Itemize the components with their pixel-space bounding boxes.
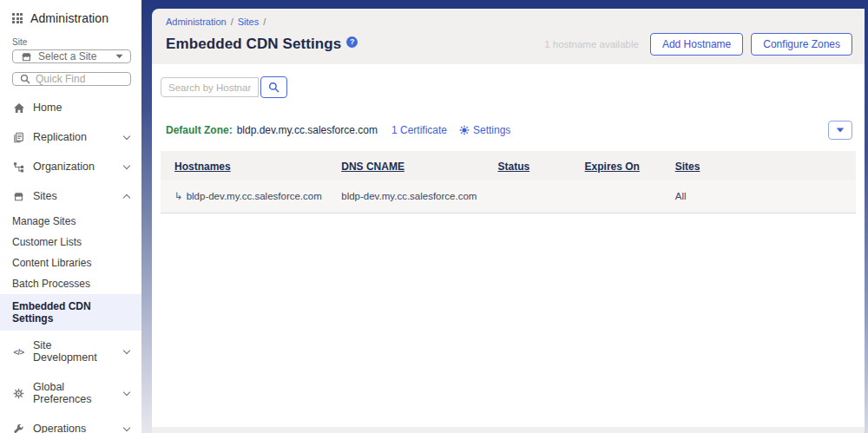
sidebar-item-organization[interactable]: Organization: [0, 152, 141, 181]
search-icon: [268, 82, 279, 93]
home-icon: [12, 102, 25, 114]
default-zone-bar: Default Zone: bldp.dev.my.cc.salesforce.…: [161, 121, 856, 140]
chevron-up-icon: [123, 194, 130, 200]
help-icon[interactable]: ?: [346, 36, 358, 48]
hostname-search: [161, 76, 856, 98]
sidebar-item-replication[interactable]: Replication: [0, 122, 141, 152]
quick-find-input[interactable]: [36, 73, 123, 85]
sidebar-item-operations[interactable]: Operations: [0, 414, 141, 433]
organization-icon: [12, 161, 25, 173]
hostname-available-note: 1 hostname available: [544, 39, 639, 49]
site-label: Site: [12, 37, 131, 47]
storefront-icon: [20, 51, 33, 62]
zone-actions-menu-button[interactable]: [828, 121, 852, 140]
default-zone-label: Default Zone:: [166, 124, 233, 136]
wrench-icon: [12, 423, 25, 433]
sidebar-item-global-preferences[interactable]: Global Preferences: [0, 372, 141, 414]
quick-find-container: [12, 72, 131, 86]
table-header-row: Hostnames DNS CNAME Status Expires On Si…: [161, 151, 856, 180]
sidebar-nav: Home Replication Organization: [0, 93, 141, 433]
indent-arrow-icon: ↳: [174, 191, 183, 201]
page-header: Administration / Sites / Embedded CDN Se…: [152, 9, 865, 64]
search-button[interactable]: [260, 76, 287, 98]
add-hostname-button[interactable]: Add Hostname: [650, 33, 743, 56]
column-header-hostnames[interactable]: Hostnames: [174, 161, 231, 173]
sidebar-divider: [141, 0, 152, 433]
breadcrumb-sites[interactable]: Sites: [238, 16, 259, 27]
cdn-settings-card: Default Zone: bldp.dev.my.cc.salesforce.…: [152, 64, 865, 427]
app-title: Administration: [30, 11, 108, 25]
table-row[interactable]: ↳bldp-dev.my.cc.salesforce.com bldp-dev.…: [161, 180, 856, 213]
right-frame-edge: [865, 0, 868, 433]
gear-icon: [12, 388, 25, 399]
default-zone-value: bldp.dev.my.cc.salesforce.com: [237, 124, 378, 136]
sidebar-item-sites[interactable]: Sites: [0, 181, 141, 211]
caret-down-icon: [836, 128, 845, 133]
sidebar-item-content-libraries[interactable]: Content Libraries: [0, 253, 141, 273]
sidebar-item-batch-processes[interactable]: Batch Processes: [0, 273, 141, 294]
certificate-link[interactable]: 1 Certificate: [391, 124, 447, 136]
column-header-dns-cname[interactable]: DNS CNAME: [341, 161, 404, 173]
search-icon: [20, 74, 30, 84]
chevron-down-icon: [123, 423, 130, 430]
sidebar-header: Administration: [0, 0, 141, 25]
sites-cell: All: [675, 191, 856, 201]
column-header-status[interactable]: Status: [497, 161, 529, 173]
app-launcher-waffle-icon[interactable]: [12, 13, 23, 23]
site-selector[interactable]: Select a Site: [12, 49, 131, 63]
column-header-expires-on[interactable]: Expires On: [585, 161, 640, 173]
chevron-down-icon: [123, 161, 130, 168]
app-window: Administration Site Select a Site Home: [0, 0, 868, 433]
chevron-down-icon: [123, 388, 130, 395]
breadcrumb: Administration / Sites /: [166, 16, 852, 27]
sidebar: Administration Site Select a Site Home: [0, 0, 141, 433]
page-title: Embedded CDN Settings: [166, 36, 341, 53]
code-icon: </>: [12, 347, 25, 357]
sidebar-item-manage-sites[interactable]: Manage Sites: [0, 211, 141, 232]
replication-icon: [12, 132, 25, 143]
configure-zones-button[interactable]: Configure Zones: [751, 33, 852, 56]
breadcrumb-administration[interactable]: Administration: [166, 16, 227, 27]
zone-settings-link[interactable]: Settings: [459, 124, 510, 136]
breadcrumb-separator: /: [263, 16, 266, 27]
search-hostname-input[interactable]: [161, 77, 259, 97]
storefront-icon: [12, 191, 25, 202]
chevron-down-icon: [123, 346, 130, 353]
column-header-sites[interactable]: Sites: [675, 161, 700, 173]
gear-icon: [459, 125, 470, 135]
content-frame: Administration / Sites / Embedded CDN Se…: [152, 9, 865, 433]
breadcrumb-separator: /: [231, 16, 233, 27]
main-region: Administration / Sites / Embedded CDN Se…: [152, 0, 868, 433]
hostname-cell: ↳bldp-dev.my.cc.salesforce.com: [161, 190, 341, 202]
chevron-down-icon: [123, 132, 130, 139]
sidebar-item-embedded-cdn-settings[interactable]: Embedded CDN Settings: [0, 294, 141, 331]
sidebar-item-home[interactable]: Home: [0, 93, 141, 122]
caret-down-icon: [115, 54, 123, 59]
dns-cname-cell: bldp-dev.my.cc.salesforce.com: [341, 191, 497, 201]
site-selector-value: Select a Site: [38, 50, 110, 62]
sidebar-item-site-development[interactable]: </> Site Development: [0, 331, 141, 372]
hostnames-table: Hostnames DNS CNAME Status Expires On Si…: [161, 151, 856, 213]
sidebar-item-customer-lists[interactable]: Customer Lists: [0, 232, 141, 253]
